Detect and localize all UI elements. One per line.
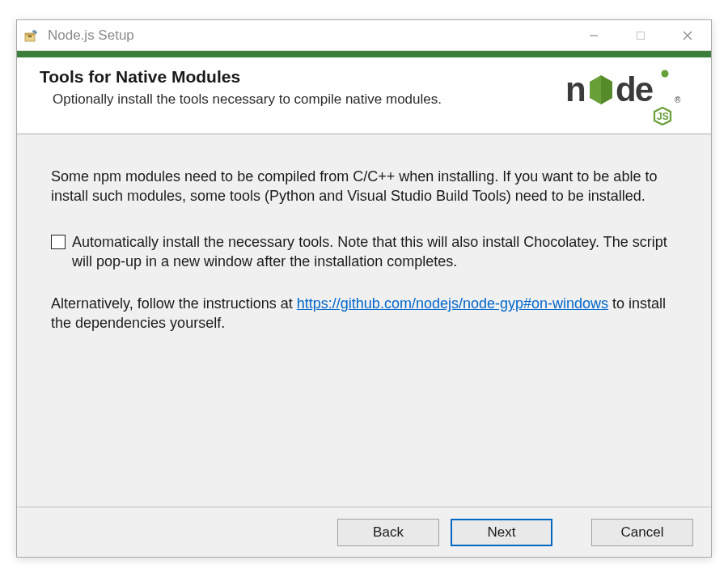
svg-rect-1: [25, 33, 35, 36]
header-text: Tools for Native Modules Optionally inst…: [40, 67, 557, 108]
auto-install-checkbox-row[interactable]: Automatically install the necessary tool…: [51, 232, 688, 272]
accent-bar: [17, 51, 711, 57]
svg-text:de: de: [616, 70, 653, 108]
page-subtitle: Optionally install the tools necessary t…: [53, 91, 557, 108]
minimize-button[interactable]: [570, 20, 617, 50]
page-title: Tools for Native Modules: [40, 67, 557, 87]
auto-install-checkbox[interactable]: [51, 235, 66, 249]
intro-text: Some npm modules need to be compiled fro…: [51, 167, 688, 206]
svg-point-9: [662, 70, 669, 78]
alternative-text: Alternatively, follow the instructions a…: [51, 294, 688, 333]
svg-text:®: ®: [675, 95, 681, 104]
alt-prefix: Alternatively, follow the instructions a…: [51, 295, 297, 312]
window-controls: [570, 20, 711, 50]
back-button[interactable]: Back: [337, 519, 439, 546]
header-section: Tools for Native Modules Optionally inst…: [17, 57, 711, 134]
cancel-button[interactable]: Cancel: [591, 519, 693, 546]
auto-install-label: Automatically install the necessary tool…: [72, 232, 688, 272]
window-title: Node.js Setup: [48, 28, 570, 44]
svg-text:JS: JS: [657, 111, 669, 122]
svg-rect-4: [637, 32, 645, 39]
nodejs-logo: n de JS ®: [565, 67, 695, 125]
titlebar: Node.js Setup: [17, 20, 711, 51]
installer-icon: [23, 28, 40, 44]
close-button[interactable]: [664, 20, 711, 50]
next-button[interactable]: Next: [451, 519, 552, 546]
button-bar: Back Next Cancel: [17, 507, 711, 557]
maximize-button[interactable]: [617, 20, 664, 50]
svg-text:n: n: [565, 70, 585, 108]
content-area: Some npm modules need to be compiled fro…: [17, 134, 711, 507]
setup-window: Node.js Setup Tools for Native Modules O…: [16, 19, 712, 558]
svg-rect-2: [28, 36, 32, 37]
node-gyp-link[interactable]: https://github.com/nodejs/node-gyp#on-wi…: [297, 295, 608, 312]
